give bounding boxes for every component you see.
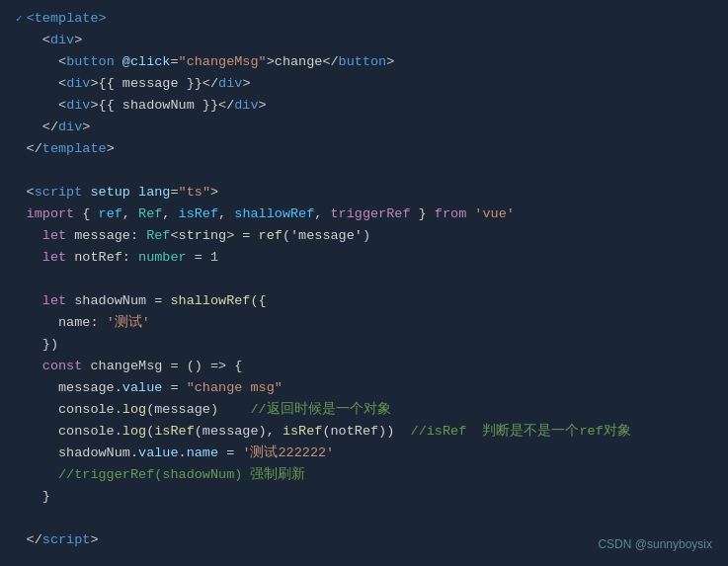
code-token: '测试222222' bbox=[242, 445, 334, 460]
code-token: div bbox=[58, 120, 82, 134]
code-line: <div>{{ message }}</div> bbox=[0, 73, 728, 95]
code-token: >{{ message }}</ bbox=[90, 76, 218, 91]
code-token: shadowNum. bbox=[27, 445, 138, 460]
code-token: = bbox=[218, 445, 242, 460]
code-token: = bbox=[234, 228, 258, 243]
code-token: isRef bbox=[179, 206, 219, 221]
code-line bbox=[0, 160, 728, 182]
code-token: 1 bbox=[210, 250, 218, 265]
arrow-marker bbox=[16, 315, 23, 333]
arrow-marker bbox=[16, 467, 23, 485]
code-token: 'vue' bbox=[474, 206, 515, 221]
code-token: div bbox=[66, 98, 90, 113]
code-token: = bbox=[187, 250, 210, 265]
code-token: } bbox=[27, 489, 50, 504]
code-token: , bbox=[162, 206, 178, 221]
code-token: value bbox=[138, 445, 179, 460]
arrow-marker bbox=[16, 228, 23, 246]
code-token: setup bbox=[90, 185, 130, 200]
code-line: name: '测试' bbox=[0, 312, 728, 334]
code-token: </ bbox=[27, 141, 42, 156]
line-content: import { ref, Ref, isRef, shallowRef, tr… bbox=[27, 203, 712, 225]
code-token: </ bbox=[27, 120, 58, 134]
arrow-marker bbox=[16, 359, 23, 376]
code-token bbox=[27, 250, 42, 265]
code-line: }) bbox=[0, 334, 728, 356]
code-token: Ref bbox=[146, 228, 170, 243]
code-token: lang bbox=[138, 185, 170, 200]
line-content: let shadowNum = shallowRef({ bbox=[27, 290, 712, 312]
code-token: div bbox=[50, 33, 74, 47]
code-token: log bbox=[122, 402, 146, 417]
line-content: <div>{{ shadowNum }}</div> bbox=[27, 95, 712, 117]
line-content: <div>{{ message }}</div> bbox=[27, 73, 712, 95]
line-content: } bbox=[27, 486, 712, 508]
line-content: const changeMsg = () => { bbox=[27, 356, 712, 377]
code-line: </template> bbox=[0, 138, 728, 160]
line-content: let notRef: number = 1 bbox=[27, 247, 712, 269]
arrow-marker bbox=[16, 445, 23, 463]
line-content: name: '测试' bbox=[27, 312, 712, 334]
line-content: //triggerRef(shadowNum) 强制刷新 bbox=[27, 464, 712, 486]
code-token: div bbox=[66, 76, 90, 91]
arrow-marker bbox=[16, 54, 23, 72]
code-token: isRef bbox=[283, 424, 323, 439]
arrow-marker bbox=[16, 206, 23, 224]
code-line: <div>{{ shadowNum }}</div> bbox=[0, 95, 728, 117]
arrow-marker: ✓ bbox=[16, 11, 23, 29]
code-token: (message), bbox=[195, 424, 283, 439]
code-token: button bbox=[339, 54, 387, 69]
code-token: let bbox=[42, 293, 66, 308]
line-content: }) bbox=[27, 334, 712, 356]
watermark: CSDN @sunnyboysix bbox=[598, 535, 712, 554]
code-line: <script setup lang="ts"> bbox=[0, 182, 728, 203]
line-content: <button @click="changeMsg">change</butto… bbox=[27, 51, 712, 73]
arrow-marker bbox=[16, 337, 23, 355]
code-token: , bbox=[314, 206, 330, 221]
code-line: console.log(message) //返回时候是一个对象 bbox=[0, 399, 728, 421]
code-line: message.value = "change msg" bbox=[0, 377, 728, 399]
code-token: script bbox=[42, 532, 91, 547]
arrow-marker bbox=[16, 98, 23, 116]
line-content: <div> bbox=[27, 30, 712, 51]
arrow-marker bbox=[16, 120, 23, 137]
code-token: @click bbox=[122, 54, 171, 69]
code-token: shallowRef bbox=[170, 293, 250, 308]
code-token: > bbox=[210, 185, 218, 200]
code-token: > bbox=[74, 33, 82, 47]
code-token bbox=[130, 185, 138, 200]
code-token bbox=[27, 293, 42, 308]
code-token: console. bbox=[27, 424, 122, 439]
code-token: message. bbox=[27, 380, 122, 395]
code-token: ({ bbox=[250, 293, 266, 308]
code-token: "changeMsg" bbox=[179, 54, 267, 69]
code-token: name bbox=[187, 445, 218, 460]
code-token: let bbox=[42, 228, 66, 243]
code-line: shadowNum.value.name = '测试222222' bbox=[0, 443, 728, 464]
code-line: const changeMsg = () => { bbox=[0, 356, 728, 377]
arrow-marker bbox=[16, 185, 23, 202]
code-token: Ref bbox=[138, 206, 162, 221]
line-content: let message: Ref<string> = ref('message'… bbox=[27, 225, 712, 247]
code-token: <string> bbox=[170, 228, 234, 243]
code-token: //isRef 判断是不是一个ref对象 bbox=[411, 424, 631, 439]
code-token: console. bbox=[27, 402, 122, 417]
code-token: >change</ bbox=[267, 54, 339, 69]
line-content: <script setup lang="ts"> bbox=[27, 182, 712, 203]
code-token: < bbox=[27, 33, 50, 47]
arrow-marker bbox=[16, 33, 23, 50]
code-token: button bbox=[66, 54, 115, 69]
arrow-marker bbox=[16, 76, 23, 94]
code-token: div bbox=[218, 76, 242, 91]
code-token: "ts" bbox=[179, 185, 210, 200]
code-token: let bbox=[42, 250, 66, 265]
code-token: message: bbox=[66, 228, 146, 243]
code-line: import { ref, Ref, isRef, shallowRef, tr… bbox=[0, 203, 728, 225]
code-token: number bbox=[138, 250, 187, 265]
line-content: </div> bbox=[27, 117, 712, 138]
code-token: > bbox=[107, 141, 115, 156]
code-token: from bbox=[435, 206, 466, 221]
code-token: const bbox=[42, 359, 83, 373]
code-token: > bbox=[242, 76, 250, 91]
code-token: >{{ shadowNum }}</ bbox=[90, 98, 234, 113]
